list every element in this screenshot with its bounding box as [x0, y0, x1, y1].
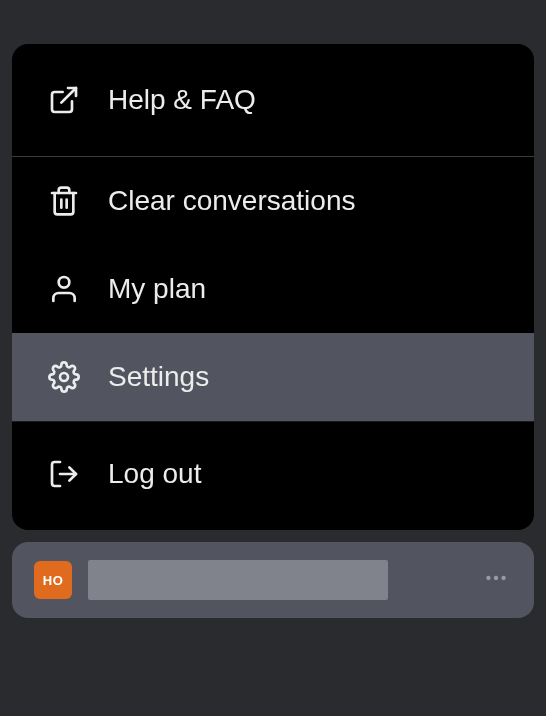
- account-name-redacted: [88, 560, 388, 600]
- svg-point-7: [494, 576, 498, 580]
- account-bar[interactable]: HO: [12, 542, 534, 618]
- user-icon: [48, 273, 80, 305]
- svg-point-4: [60, 373, 68, 381]
- avatar: HO: [34, 561, 72, 599]
- menu-item-label: Log out: [108, 458, 201, 490]
- trash-icon: [48, 185, 80, 217]
- gear-icon: [48, 361, 80, 393]
- menu-item-settings[interactable]: Settings: [12, 333, 534, 421]
- menu-item-my-plan[interactable]: My plan: [12, 245, 534, 333]
- menu-item-help-faq[interactable]: Help & FAQ: [12, 44, 534, 157]
- logout-icon: [48, 458, 80, 490]
- svg-point-8: [501, 576, 505, 580]
- svg-point-6: [486, 576, 490, 580]
- menu-item-label: Settings: [108, 361, 209, 393]
- external-link-icon: [48, 84, 80, 116]
- menu-item-label: My plan: [108, 273, 206, 305]
- menu-panel: Help & FAQ Clear conversations My plan S…: [12, 44, 534, 530]
- menu-item-label: Help & FAQ: [108, 84, 256, 116]
- avatar-initials: HO: [43, 573, 64, 588]
- ellipsis-icon: [483, 565, 509, 595]
- menu-item-logout[interactable]: Log out: [12, 421, 534, 530]
- svg-line-0: [61, 88, 76, 103]
- menu-item-clear-conversations[interactable]: Clear conversations: [12, 157, 534, 245]
- menu-item-label: Clear conversations: [108, 185, 355, 217]
- svg-point-3: [59, 277, 70, 288]
- more-options-button[interactable]: [480, 564, 512, 596]
